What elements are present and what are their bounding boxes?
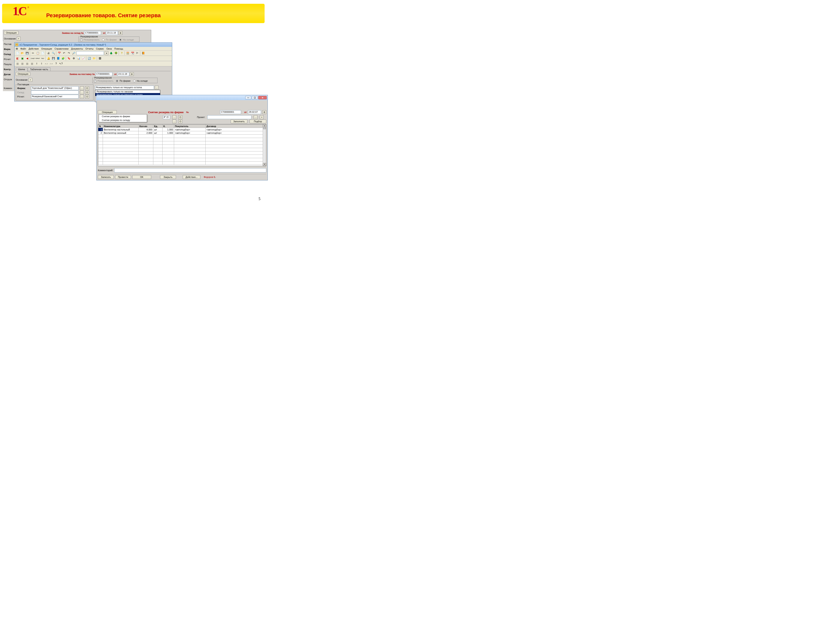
t3-copy-row[interactable]: ▦ <box>20 62 24 66</box>
table-row[interactable] <box>98 145 266 148</box>
scroll-down-icon[interactable]: ▼ <box>263 163 266 166</box>
operation-button[interactable]: Операция <box>4 31 19 35</box>
flag-icon[interactable]: 🏳 <box>135 51 139 55</box>
reserve-mode-option[interactable]: Резервировать только по заказам <box>95 90 160 93</box>
scroll-up-icon[interactable]: ▲ <box>263 124 266 127</box>
paste-icon[interactable]: 📄 <box>41 51 45 55</box>
doc-date-field[interactable]: 23.11.18 <box>106 31 118 35</box>
radio-on-stock[interactable] <box>119 39 122 41</box>
operation-popup-menu[interactable]: Снятие резерва по фирме Снятие резерва п… <box>99 114 147 122</box>
project-lookup-icon[interactable]: … <box>254 115 257 119</box>
operation-button[interactable]: Операция <box>16 72 30 76</box>
radio-by-firm[interactable] <box>116 80 118 82</box>
firm-lookup-icon[interactable]: … <box>80 86 84 90</box>
t3-down[interactable]: ⬇ <box>39 62 44 66</box>
col-qty[interactable]: Кол-во <box>139 125 153 128</box>
project-field[interactable] <box>207 115 251 119</box>
radio-by-firm[interactable] <box>102 39 104 41</box>
maximize-button[interactable]: ☐ <box>252 96 258 99</box>
t2-14[interactable]: 🖼 <box>98 56 102 60</box>
t3-del-row[interactable]: ▦ <box>25 62 29 66</box>
t2-1[interactable]: ◧ <box>15 56 19 60</box>
write-button[interactable]: Записать <box>98 175 114 179</box>
t2-2[interactable]: ▣ <box>20 56 24 60</box>
operation-button[interactable]: Операция <box>98 110 117 114</box>
table-row[interactable] <box>98 138 266 141</box>
reserve-mode-lookup-icon[interactable]: … <box>155 86 159 90</box>
t3-sort-za[interactable]: Z↓A <box>49 62 53 66</box>
t2-11[interactable]: 📈 <box>81 56 85 60</box>
t2-acct2[interactable]: ПРКТ <box>36 56 40 60</box>
doc-date-field[interactable]: 23.11.18 <box>117 72 129 76</box>
table-row[interactable] <box>98 148 266 152</box>
stock-lookup-icon[interactable]: … <box>80 90 84 94</box>
stock-field[interactable] <box>31 90 79 94</box>
table-row[interactable]: 1Вентилятор настольный4.000шт1.000<автоп… <box>98 128 266 131</box>
ok-button[interactable]: OK <box>132 175 151 179</box>
account-lookup-icon[interactable]: … <box>80 95 84 98</box>
reserve-checkbox[interactable] <box>94 80 96 82</box>
open-icon[interactable]: 📂 <box>20 51 24 55</box>
new-icon[interactable]: 📄 <box>15 51 19 55</box>
firm-suffix-field[interactable]: й" (С <box>163 115 170 119</box>
calendar-icon[interactable]: 📅 <box>57 51 61 55</box>
menu-help[interactable]: Помощь <box>114 47 123 50</box>
secondary-open-icon[interactable]: O <box>178 120 182 123</box>
firm-open-icon[interactable]: O <box>178 115 182 119</box>
secondary-lookup-icon[interactable]: … <box>172 120 176 123</box>
col-n[interactable]: N <box>98 125 103 128</box>
firm-field[interactable]: Торговый дом "Комплексный" (Офис) <box>31 86 79 90</box>
reserve-mode-field[interactable]: Резервировать только из текущего остатка <box>95 86 154 90</box>
copy-icon[interactable]: 📋 <box>36 51 40 55</box>
app-titlebar[interactable]: 1c 1С:Предприятие - Торговля+Склад, реда… <box>14 43 172 47</box>
t2-12[interactable]: 🔄 <box>87 56 92 60</box>
doc-number-field[interactable]: СТ00000001 <box>96 72 112 76</box>
tree-icon[interactable]: 🌲 <box>109 51 113 55</box>
t3-sort-az[interactable]: A↓Z <box>44 62 49 66</box>
menu-service[interactable]: Сервис <box>96 47 104 50</box>
col-nomen[interactable]: Номенклатура <box>103 125 139 128</box>
table-row[interactable] <box>98 152 266 155</box>
search-dropdown-icon[interactable]: ▾ <box>104 51 108 55</box>
t3-edit-row[interactable]: ▦ <box>30 62 34 66</box>
t2-8[interactable]: 🔖 <box>67 56 71 60</box>
date-picker-icon[interactable]: 🗓 <box>130 72 134 76</box>
col-unit[interactable]: Ед. <box>153 125 163 128</box>
search-field[interactable] <box>76 51 104 55</box>
items-grid[interactable]: N Номенклатура Кол-во Ед. К. Покупатель … <box>98 124 266 166</box>
minimize-button[interactable]: — <box>245 96 251 99</box>
help-icon[interactable]: ? <box>120 51 124 55</box>
col-k[interactable]: К. <box>163 125 174 128</box>
t2-acct3[interactable]: ТКУ <box>41 56 45 60</box>
date-icon[interactable]: 📆 <box>130 51 134 55</box>
save-icon[interactable]: 💾 <box>25 51 29 55</box>
comment-field[interactable] <box>114 168 266 172</box>
close-button[interactable]: ✕ <box>258 96 267 99</box>
table-row[interactable] <box>98 158 266 161</box>
t3-cursor-help[interactable]: ↖? <box>59 62 63 66</box>
menu-item-remove-by-firm[interactable]: Снятие резерва по фирме <box>99 114 147 118</box>
menu-file[interactable]: Файл <box>21 47 26 50</box>
firm-lookup-icon[interactable]: … <box>172 115 176 119</box>
t2-3[interactable]: ◀ <box>25 56 29 60</box>
date-picker-icon[interactable]: 🗓 <box>118 31 122 35</box>
calc-icon[interactable]: 🧮 <box>126 51 130 55</box>
fill-button[interactable]: Заполнить <box>231 120 247 123</box>
t2-7[interactable]: 🧩 <box>61 56 65 60</box>
t3-up[interactable]: ⬆ <box>35 62 39 66</box>
grid-scrollbar[interactable]: ▲ ▼ <box>263 124 266 166</box>
t2-13[interactable]: 📁 <box>92 56 96 60</box>
doc-number-field[interactable]: СТ00000001 <box>84 31 101 35</box>
t2-10[interactable]: 📊 <box>76 56 81 60</box>
win3-titlebar[interactable]: — ☐ ✕ <box>96 95 268 100</box>
clear-basis-button[interactable]: × <box>28 78 32 82</box>
t2-9[interactable]: ⚙ <box>72 56 76 60</box>
menu-actions[interactable]: Действия <box>28 47 39 50</box>
actions-button[interactable]: Действия... <box>183 175 201 179</box>
redo-icon[interactable]: ↷ <box>67 51 71 55</box>
col-contract[interactable]: Договор <box>205 125 266 128</box>
reserve-checkbox[interactable] <box>80 39 82 41</box>
table-row[interactable] <box>98 161 266 165</box>
table-row[interactable] <box>98 155 266 158</box>
menu-bar[interactable]: ▤ Файл Действия Операции Справочники Док… <box>14 47 172 51</box>
